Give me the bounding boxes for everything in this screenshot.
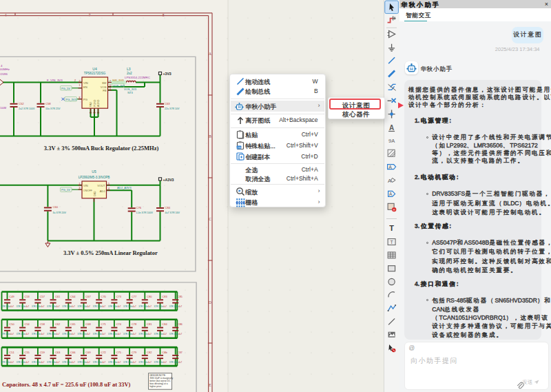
svg-text:3.3V ± 0.5% 250mA Linear Regul: 3.3V ± 0.5% 250mA Linear Regulator xyxy=(63,249,158,256)
svg-text:X7R 100n: X7R 100n xyxy=(123,361,133,364)
svg-text:100M: 100M xyxy=(0,107,6,110)
svg-text:4u7: 4u7 xyxy=(10,305,14,308)
svg-text:C70: C70 xyxy=(101,295,107,298)
svg-text:C83: C83 xyxy=(162,295,167,298)
svg-text:X7R 100n: X7R 100n xyxy=(78,361,87,364)
svg-text:X7R 100n: X7R 100n xyxy=(108,305,118,308)
svg-text:4u7: 4u7 xyxy=(56,305,60,308)
svg-text:22u X7R 10V: 22u X7R 10V xyxy=(165,107,180,110)
svg-text:C84: C84 xyxy=(165,206,171,209)
svg-text:4u7: 4u7 xyxy=(148,361,152,364)
svg-text:TPS62172DSG: TPS62172DSG xyxy=(84,72,106,75)
svg-text:4u7 X7R 16V: 4u7 X7R 16V xyxy=(165,212,180,214)
svg-text:U4: U4 xyxy=(92,67,97,71)
svg-text:4u7: 4u7 xyxy=(56,361,60,364)
svg-text:1: 1 xyxy=(79,84,81,87)
svg-text:X7R 100n: X7R 100n xyxy=(17,361,26,364)
svg-text:NT3: NT3 xyxy=(127,91,133,94)
svg-text:C54: C54 xyxy=(25,322,30,326)
svg-text:C77: C77 xyxy=(132,295,137,298)
svg-text:4u7: 4u7 xyxy=(163,305,167,308)
svg-text:4: 4 xyxy=(5,13,7,17)
svg-text:4u7: 4u7 xyxy=(25,305,29,308)
svg-text:X7R 100n: X7R 100n xyxy=(93,333,103,336)
svg-text:X7R 100n: X7R 100n xyxy=(1,305,11,308)
svg-text:X7R 100n: X7R 100n xyxy=(62,305,72,308)
svg-text:C61: C61 xyxy=(55,295,61,298)
svg-text:LPS3314-222MRC: LPS3314-222MRC xyxy=(125,76,150,79)
svg-text:X7R 100n: X7R 100n xyxy=(47,361,56,364)
svg-text:T: T xyxy=(389,224,394,232)
svg-text:C78: C78 xyxy=(132,322,137,326)
svg-text:4u7: 4u7 xyxy=(163,333,167,336)
svg-text:9A: 9A xyxy=(388,138,395,144)
svg-text:2u2: 2u2 xyxy=(127,72,132,75)
svg-text:PAD: PAD xyxy=(90,101,92,107)
svg-text:4u7: 4u7 xyxy=(72,305,75,308)
svg-text:F_VIN_3V3: F_VIN_3V3 xyxy=(47,79,63,82)
svg-text:X7R 100n: X7R 100n xyxy=(138,305,148,308)
svg-text:X7R 100n: X7R 100n xyxy=(123,305,133,308)
svg-text:X7R 100n: X7R 100n xyxy=(93,305,103,308)
svg-text:3: 3 xyxy=(79,187,81,189)
svg-text:C67: C67 xyxy=(85,295,91,298)
svg-text:C75: C75 xyxy=(116,351,122,354)
svg-text:X7R 100n: X7R 100n xyxy=(1,361,11,364)
svg-text:4u7: 4u7 xyxy=(102,333,105,336)
svg-text:GND: GND xyxy=(94,191,96,196)
svg-text:ADJ_A3V3: ADJ_A3V3 xyxy=(117,186,132,189)
svg-text:4u7: 4u7 xyxy=(117,333,121,336)
svg-text:2: 2 xyxy=(74,79,76,82)
svg-text:4u7: 4u7 xyxy=(117,305,121,308)
svg-text:EN: EN xyxy=(83,85,87,89)
svg-text:3u X7R 20V: 3u X7R 20V xyxy=(53,212,67,214)
svg-text:4u7: 4u7 xyxy=(133,333,136,336)
svg-text:A: A xyxy=(389,192,393,196)
svg-text:C66: C66 xyxy=(70,351,76,354)
svg-text:4u7: 4u7 xyxy=(87,305,90,308)
svg-text:C68: C68 xyxy=(85,322,91,326)
svg-text:C51: C51 xyxy=(9,351,14,354)
svg-text:C49: C49 xyxy=(9,295,14,298)
svg-text:VOUT: VOUT xyxy=(97,184,105,187)
svg-text:C60: C60 xyxy=(53,205,59,209)
svg-text:VOS_3V3: VOS_3V3 xyxy=(113,85,125,87)
svg-text:A: A xyxy=(389,124,394,132)
svg-text:C79: C79 xyxy=(132,351,137,354)
svg-text:4u7: 4u7 xyxy=(41,361,44,364)
svg-text:C64: C64 xyxy=(70,295,76,298)
svg-text:C84: C84 xyxy=(162,322,167,326)
svg-text:4u7: 4u7 xyxy=(25,361,29,364)
svg-text:C82: C82 xyxy=(147,351,152,354)
svg-text:4: 4 xyxy=(108,187,110,190)
svg-text:AGND: AGND xyxy=(97,99,100,107)
svg-text:C86: C86 xyxy=(178,322,183,326)
svg-text:A: A xyxy=(209,52,211,56)
svg-text:X7R 100n: X7R 100n xyxy=(78,333,87,336)
svg-text:4u7: 4u7 xyxy=(148,305,152,308)
svg-text:X7R 100n: X7R 100n xyxy=(47,333,56,336)
svg-text:C58: C58 xyxy=(40,322,45,326)
svg-text:8: 8 xyxy=(163,13,165,17)
svg-text:4u7: 4u7 xyxy=(178,333,182,336)
svg-text:5: 5 xyxy=(108,183,110,185)
svg-text:4u7: 4u7 xyxy=(10,361,14,364)
svg-text:LP2992IM5-3.3/NOPB: LP2992IM5-3.3/NOPB xyxy=(79,176,110,179)
svg-text:8: 8 xyxy=(79,96,81,99)
svg-text:2u2 X7R 100V: 2u2 X7R 100V xyxy=(19,107,35,110)
svg-text:PG_5V: PG_5V xyxy=(61,188,70,192)
svg-text:C74: C74 xyxy=(116,322,122,326)
svg-text:6: 6 xyxy=(110,84,111,87)
svg-text:4u7: 4u7 xyxy=(133,305,136,308)
svg-text:X7R 100n: X7R 100n xyxy=(108,361,118,364)
svg-text:X7R 100n: X7R 100n xyxy=(17,305,26,308)
svg-text:2: 2 xyxy=(79,80,81,83)
svg-text:4u7: 4u7 xyxy=(87,361,90,364)
svg-text:C87: C87 xyxy=(178,351,183,354)
svg-text:/2096: /2096 xyxy=(0,72,8,76)
svg-text:X7R 100n: X7R 100n xyxy=(154,305,164,308)
svg-text:X7R 100n: X7R 100n xyxy=(78,305,87,308)
svg-text:X7R 100n: X7R 100n xyxy=(154,361,164,364)
svg-text:C53: C53 xyxy=(25,295,30,298)
svg-text:4u7: 4u7 xyxy=(102,305,105,308)
